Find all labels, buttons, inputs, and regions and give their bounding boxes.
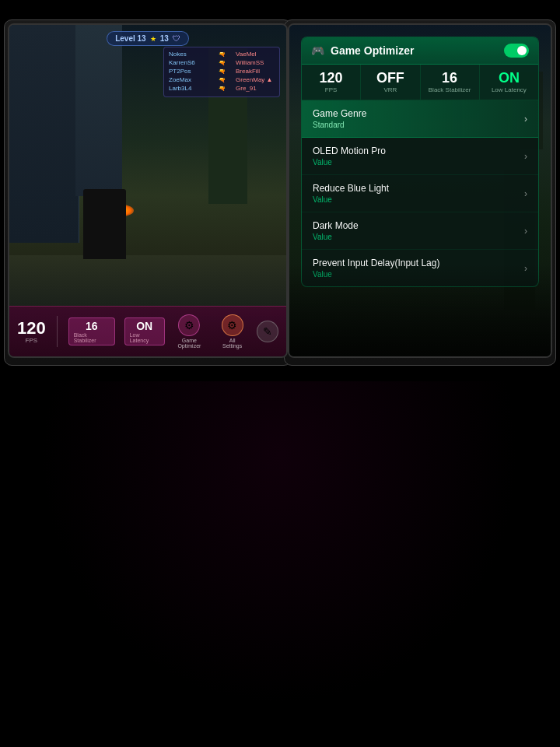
black-stabilizer-stat: 16 Black Stabilizer — [68, 317, 115, 345]
menu-item-game-genre-text: Game Genre Standard — [313, 108, 366, 129]
player-name-larb: Larb3L4 — [169, 85, 208, 92]
main-container: Level 13 ★ 13 🛡 Nokes 🔫 VaeMel KarrenS6 … — [0, 0, 560, 747]
stat-black-stab: 16 Black Stabilizer — [421, 65, 480, 100]
game-optimizer-label: Game Optimizer — [171, 338, 208, 349]
score-row-3: PT2Pos 🔫 BreakFill — [169, 68, 275, 75]
right-screen: 🎮 Game Optimizer 120 FPS OFF VRR 16 Blac… — [288, 23, 552, 358]
pencil-icon-item[interactable]: ✎ — [257, 321, 278, 342]
stat-vrr-label: VRR — [364, 86, 416, 93]
stat-vrr-value: OFF — [364, 71, 416, 85]
fps-unit: FPS — [26, 337, 38, 344]
optimizer-panel: 🎮 Game Optimizer 120 FPS OFF VRR 16 Blac… — [301, 37, 539, 287]
right-screen-bottom-fade — [289, 263, 551, 356]
gamepad-icon: 🎮 — [311, 44, 324, 57]
menu-item-reduce-blue-light-text: Reduce Blue Light Value — [313, 183, 389, 204]
stat-fps-label: FPS — [305, 86, 357, 93]
score-table: Nokes 🔫 VaeMel KarrenS6 🔫 WilliamSS PT2P… — [163, 47, 280, 97]
stat-low-latency: ON Low Latency — [480, 65, 538, 100]
optimizer-title: Game Optimizer — [331, 44, 414, 57]
game-optimizer-icon-circle: ⚙ — [178, 314, 200, 336]
low-latency-stat: ON Low Latency — [124, 317, 165, 345]
player-name-pt2: PT2Pos — [169, 68, 208, 75]
enemy-name-4: GreenMay ▲ — [236, 76, 275, 83]
chevron-right-reduce-blue-light: › — [524, 188, 527, 199]
enemy-name-2: WilliamSS — [236, 59, 275, 66]
score-row-5: Larb3L4 🔫 Gre_91 — [169, 85, 275, 92]
stat-vrr: OFF VRR — [361, 65, 420, 100]
fps-value: 120 — [17, 320, 46, 337]
all-settings-label: All Settings — [219, 338, 245, 349]
all-settings-icon-item[interactable]: ⚙ All Settings — [219, 314, 245, 349]
pencil-icon: ✎ — [263, 325, 272, 338]
star-count: 13 — [160, 34, 169, 43]
menu-item-oled-motion[interactable]: OLED Motion Pro Value › — [302, 138, 538, 175]
chevron-right-game-genre: › — [524, 114, 527, 124]
game-optimizer-icon-item[interactable]: ⚙ Game Optimizer — [171, 314, 208, 349]
bottom-hud: 120 FPS 16 Black Stabilizer ON Low Laten… — [9, 306, 286, 356]
optimizer-title-area: 🎮 Game Optimizer — [311, 44, 414, 57]
game-optimizer-icon: ⚙ — [184, 319, 194, 331]
menu-item-oled-motion-title: OLED Motion Pro — [313, 146, 386, 156]
menu-item-oled-motion-value: Value — [313, 158, 386, 167]
low-latency-label: Low Latency — [130, 332, 159, 343]
hud-icons: ⚙ Game Optimizer ⚙ All Settings ✎ — [171, 314, 278, 349]
menu-item-game-genre-title: Game Genre — [313, 108, 366, 119]
black-stabilizer-label: Black Stabilizer — [74, 332, 110, 343]
menu-item-dark-mode[interactable]: Dark Mode Value › — [302, 212, 538, 250]
all-settings-icon: ⚙ — [227, 319, 237, 331]
stats-row: 120 FPS OFF VRR 16 Black Stabilizer ON L… — [302, 65, 538, 100]
optimizer-toggle[interactable] — [504, 44, 529, 58]
star-icon: ★ — [150, 35, 156, 43]
player-name-karren: KarrenS6 — [169, 59, 208, 66]
player-name-nokes: Nokes — [169, 51, 208, 58]
all-settings-icon-circle: ⚙ — [222, 314, 243, 336]
fps-display: 120 FPS — [17, 320, 46, 344]
menu-item-reduce-blue-light[interactable]: Reduce Blue Light Value › — [302, 175, 538, 212]
stat-black-stab-label: Black Stabilizer — [424, 86, 476, 93]
player-weapon-5: 🔫 — [219, 86, 226, 92]
menu-item-reduce-blue-light-value: Value — [313, 195, 389, 204]
menu-item-reduce-blue-light-title: Reduce Blue Light — [313, 183, 389, 194]
low-latency-value: ON — [136, 320, 152, 332]
stat-low-latency-value: ON — [483, 71, 535, 85]
stat-fps: 120 FPS — [302, 65, 361, 100]
enemy-name-5: Gre_91 — [236, 85, 275, 92]
chevron-right-oled-motion: › — [524, 151, 527, 162]
menu-item-oled-motion-text: OLED Motion Pro Value — [313, 146, 386, 167]
player-weapon-4: 🔫 — [219, 77, 226, 83]
bottom-area — [0, 381, 560, 747]
menu-item-dark-mode-title: Dark Mode — [313, 220, 359, 231]
pencil-icon-circle: ✎ — [257, 321, 278, 342]
player-name-zoe: ZoeMax — [169, 76, 208, 83]
menu-item-game-genre-value: Standard — [313, 121, 366, 129]
player-weapon-2: 🔫 — [219, 60, 226, 66]
chevron-right-dark-mode: › — [524, 226, 527, 237]
player-weapon-1: 🔫 — [219, 51, 226, 58]
score-row-1: Nokes 🔫 VaeMel — [169, 51, 275, 58]
left-screen: Level 13 ★ 13 🛡 Nokes 🔫 VaeMel KarrenS6 … — [8, 23, 288, 358]
stat-black-stab-value: 16 — [424, 71, 476, 85]
enemy-name-1: VaeMel — [236, 51, 275, 58]
level-text: Level 13 — [115, 34, 145, 43]
player-weapon-3: 🔫 — [219, 68, 226, 75]
stat-low-latency-label: Low Latency — [483, 86, 535, 93]
stat-fps-value: 120 — [305, 71, 357, 85]
black-stabilizer-value: 16 — [86, 320, 98, 332]
menu-item-game-genre[interactable]: Game Genre Standard › — [302, 100, 538, 138]
menu-item-dark-mode-value: Value — [313, 233, 359, 241]
shield-icon: 🛡 — [173, 34, 180, 43]
level-badge: Level 13 ★ 13 🛡 — [107, 31, 189, 46]
menu-item-dark-mode-text: Dark Mode Value — [313, 220, 359, 241]
optimizer-header: 🎮 Game Optimizer — [302, 37, 538, 65]
hud-top: Level 13 ★ 13 🛡 — [9, 31, 286, 46]
enemy-name-3: BreakFill — [236, 68, 275, 75]
score-row-2: KarrenS6 🔫 WilliamSS — [169, 59, 275, 66]
score-row-4: ZoeMax 🔫 GreenMay ▲ — [169, 76, 275, 83]
